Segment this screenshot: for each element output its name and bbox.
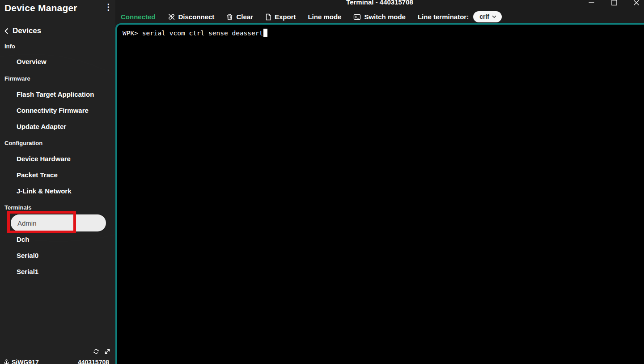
export-button[interactable]: Export	[265, 13, 296, 21]
line-mode-label: Line mode	[308, 13, 341, 21]
selected-terminal-label: Admin	[17, 219, 37, 227]
terminal-output[interactable]: WPK> serial vcom ctrl sense deassert	[115, 23, 644, 364]
sidebar-item-update-adapter[interactable]: Update Adapter	[17, 123, 66, 130]
device-name: SiWG917	[12, 359, 39, 364]
back-to-devices[interactable]: Devices	[4, 26, 41, 35]
sidebar-item-overview[interactable]: Overview	[17, 58, 47, 65]
sidebar-item-terminal-admin[interactable]: Admin	[11, 214, 106, 231]
maximize-button[interactable]	[610, 0, 619, 7]
sidebar: Device Manager ⋮ Devices Info Overview F…	[0, 0, 115, 364]
clear-button[interactable]: Clear	[226, 13, 253, 21]
refresh-icon[interactable]	[93, 348, 100, 355]
device-serial: 440315708	[78, 359, 109, 364]
line-terminator-value: crlf	[479, 13, 489, 20]
sidebar-item-flash-target-application[interactable]: Flash Target Application	[17, 90, 94, 98]
chevron-left-icon	[4, 28, 9, 34]
sidebar-item-jlink-network[interactable]: J-Link & Network	[17, 187, 72, 195]
section-terminals: Terminals	[4, 204, 31, 211]
disconnect-button[interactable]: Disconnect	[168, 13, 215, 21]
sidebar-item-terminal-serial1[interactable]: Serial1	[17, 268, 38, 275]
disconnect-label: Disconnect	[178, 13, 215, 21]
terminal-window-title: Terminal - 440315708	[115, 0, 644, 6]
line-terminator-label: Line terminator:	[418, 13, 469, 21]
sidebar-item-terminal-dch[interactable]: Dch	[17, 236, 29, 243]
main-header: Terminal - 440315708 Connected Disconnec…	[115, 0, 644, 25]
connection-status: Connected	[121, 13, 156, 21]
chevron-down-icon	[492, 15, 496, 18]
file-icon	[265, 13, 271, 21]
section-info: Info	[4, 43, 15, 50]
device-footer: SiWG917 440315708	[0, 359, 115, 364]
minimize-button[interactable]	[587, 0, 596, 7]
terminal-icon	[353, 13, 361, 21]
section-firmware: Firmware	[4, 75, 30, 82]
switch-mode-button[interactable]: Switch mode	[353, 13, 406, 21]
terminal-toolbar: Connected Disconnect Clear	[121, 11, 502, 22]
expand-icon[interactable]	[104, 348, 111, 355]
back-label: Devices	[13, 26, 41, 35]
trash-icon	[226, 13, 233, 21]
line-mode-button[interactable]: Line mode	[308, 13, 341, 21]
sidebar-item-terminal-serial0[interactable]: Serial0	[17, 252, 38, 259]
terminal-prompt-line: WPK> serial vcom ctrl sense deassert	[123, 30, 263, 37]
line-terminator-group: Line terminator: crlf	[418, 11, 502, 22]
export-label: Export	[275, 13, 296, 21]
switch-mode-label: Switch mode	[364, 13, 406, 21]
device-connector-icon	[4, 359, 9, 364]
clear-label: Clear	[236, 13, 253, 21]
app-title: Device Manager	[4, 3, 77, 13]
section-configuration: Configuration	[4, 140, 42, 146]
terminal-cursor	[263, 29, 267, 37]
sidebar-item-packet-trace[interactable]: Packet Trace	[17, 171, 58, 179]
link-slash-icon	[168, 13, 175, 21]
line-terminator-dropdown[interactable]: crlf	[473, 11, 502, 22]
kebab-menu-icon[interactable]: ⋮	[104, 1, 112, 13]
close-button[interactable]	[632, 0, 641, 7]
sidebar-item-device-hardware[interactable]: Device Hardware	[17, 155, 71, 163]
sidebar-item-connectivity-firmware[interactable]: Connectivity Firmware	[17, 107, 89, 114]
sidebar-bottom-actions	[93, 348, 111, 355]
